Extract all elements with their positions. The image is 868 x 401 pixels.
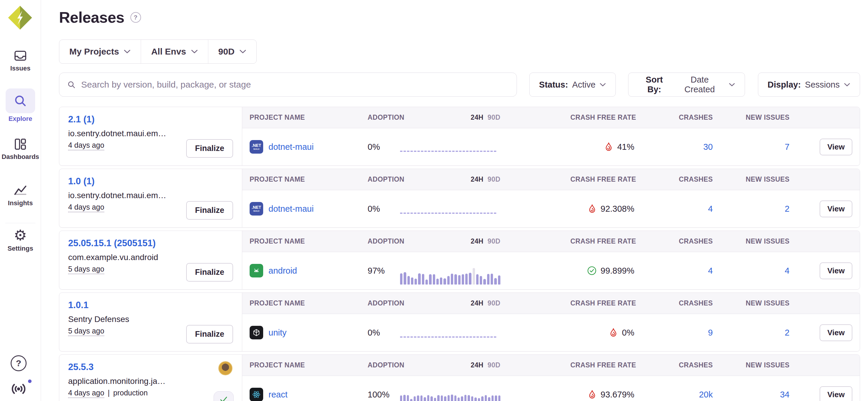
flat-dashed-trend [400, 336, 496, 338]
col-header-crash-free-rate: CRASH FREE RATE [500, 299, 636, 307]
project-link[interactable]: react [269, 390, 287, 400]
release-package: com.example.vu.android [68, 253, 195, 262]
fire-icon [588, 204, 596, 213]
col-header-crash-free-rate: CRASH FREE RATE [500, 237, 636, 245]
table-row: .NETMAUI dotnet-maui 0% 92.308% 4 2 View [242, 190, 860, 227]
sidebar-item-settings[interactable]: ⚙ Settings [0, 228, 41, 253]
finalize-button[interactable]: Finalize [186, 325, 233, 343]
view-button[interactable]: View [819, 324, 852, 341]
view-button[interactable]: View [819, 201, 852, 217]
release-project-table: PROJECT NAME ADOPTION 24H90D CRASH FREE … [242, 169, 860, 227]
gear-icon: ⚙ [14, 227, 27, 243]
sidebar-label-insights: Insights [0, 199, 41, 207]
question-mark-icon: ? [16, 358, 21, 368]
org-logo[interactable] [6, 4, 34, 31]
crashes-link[interactable]: 30 [703, 142, 713, 152]
project-link[interactable]: dotnet-maui [269, 142, 314, 152]
sidebar-item-issues[interactable]: Issues [0, 48, 41, 72]
finalize-button[interactable]: Finalize [186, 263, 233, 281]
adoption-value: 0% [368, 204, 400, 214]
table-row: android 97% 99.899% 4 4 View [242, 252, 860, 289]
view-button[interactable]: View [819, 262, 852, 279]
table-header-row: PROJECT NAME ADOPTION 24H90D CRASH FREE … [242, 107, 860, 128]
release-environment: production [113, 389, 148, 397]
sidebar-item-explore[interactable]: Explore [0, 89, 41, 123]
dotnet-maui-icon: .NETMAUI [250, 140, 263, 154]
display-dropdown[interactable]: Display: Sessions [758, 72, 860, 97]
meta-separator: | [108, 389, 110, 397]
col-header-crash-free-rate: CRASH FREE RATE [500, 113, 636, 122]
android-icon [250, 264, 263, 277]
release-date: 4 days ago [68, 389, 104, 397]
new-issues-link[interactable]: 34 [780, 390, 789, 399]
date-range-dropdown[interactable]: 90D [208, 40, 256, 63]
search-box[interactable] [59, 72, 517, 97]
crashes-link[interactable]: 20k [699, 390, 713, 399]
finalize-button[interactable]: Finalize [186, 139, 233, 158]
col-header-project-name: PROJECT NAME [250, 299, 368, 307]
release-info: 1.0 (1) io.sentry.dotnet.maui.em… 4 days… [59, 169, 242, 227]
project-link[interactable]: android [269, 266, 297, 276]
adoption-bar-chart [400, 390, 500, 401]
new-issues-link[interactable]: 4 [785, 266, 789, 275]
sidebar-item-insights[interactable]: Insights [0, 183, 41, 207]
new-issues-link[interactable]: 7 [785, 142, 789, 152]
release-date: 4 days ago [68, 203, 104, 211]
release-card: 1.0 (1) io.sentry.dotnet.maui.em… 4 days… [59, 169, 860, 228]
project-link[interactable]: unity [269, 328, 286, 338]
environment-filter-dropdown[interactable]: All Envs [141, 40, 208, 63]
view-button[interactable]: View [819, 139, 852, 156]
notification-dot [27, 378, 32, 384]
status-dropdown[interactable]: Status: Active [529, 72, 616, 97]
finalized-check-button[interactable] [214, 391, 234, 401]
col-header-adoption: ADOPTION [368, 113, 400, 122]
col-header-crashes: CRASHES [636, 175, 713, 183]
sort-by-dropdown[interactable]: Sort By: Date Created [628, 72, 745, 97]
table-header-row: PROJECT NAME ADOPTION 24H90D CRASH FREE … [242, 355, 860, 376]
release-date: 5 days ago [68, 327, 104, 335]
release-version-link[interactable]: 25.05.15.1 (2505151) [68, 238, 155, 248]
releases-page: Releases ? My Projects All Envs 90D Stat… [41, 0, 868, 401]
release-project-table: PROJECT NAME ADOPTION 24H90D CRASH FREE … [242, 107, 860, 165]
col-header-adoption: ADOPTION [368, 299, 400, 307]
fire-icon [588, 390, 596, 399]
release-list: 2.1 (1) io.sentry.dotnet.maui.em… 4 days… [59, 107, 860, 401]
col-header-new-issues: NEW ISSUES [713, 299, 789, 307]
sidebar-item-dashboards[interactable]: Dashboards [0, 137, 41, 161]
release-version-link[interactable]: 25.5.3 [68, 362, 94, 372]
view-button[interactable]: View [819, 386, 852, 401]
avatar[interactable] [218, 361, 232, 375]
release-version-link[interactable]: 2.1 (1) [68, 114, 95, 125]
crash-free-value: 99.899% [601, 266, 634, 276]
search-icon [13, 94, 27, 108]
sort-by-label: Sort By: [638, 75, 671, 94]
crashes-link[interactable]: 4 [708, 204, 713, 213]
project-filter-value: My Projects [69, 46, 119, 57]
page-filter-bar: My Projects All Envs 90D [59, 39, 257, 64]
crashes-link[interactable]: 9 [708, 328, 713, 337]
release-version-link[interactable]: 1.0 (1) [68, 176, 95, 186]
whats-new-button[interactable] [9, 380, 28, 398]
sidebar: Issues Explore Dashboards [0, 0, 41, 401]
crash-free-rate: 0% [500, 328, 636, 338]
page-title: Releases [59, 8, 125, 26]
crash-free-rate: 99.899% [500, 266, 636, 276]
project-link[interactable]: dotnet-maui [269, 204, 314, 214]
project-filter-dropdown[interactable]: My Projects [59, 40, 141, 63]
releases-help-icon[interactable]: ? [130, 12, 141, 23]
help-button[interactable]: ? [11, 355, 27, 371]
sidebar-label-settings: Settings [0, 245, 41, 253]
release-version-link[interactable]: 1.0.1 [68, 300, 89, 310]
adoption-value: 100% [368, 390, 400, 400]
status-label: Status: [539, 80, 568, 90]
new-issues-link[interactable]: 2 [785, 328, 789, 337]
adoption-sparkline [400, 314, 500, 351]
display-label: Display: [768, 80, 801, 90]
crashes-link[interactable]: 4 [708, 266, 713, 275]
chevron-down-icon [729, 83, 735, 87]
col-header-new-issues: NEW ISSUES [713, 175, 789, 183]
search-input[interactable] [81, 79, 509, 90]
finalize-button[interactable]: Finalize [186, 201, 233, 220]
new-issues-link[interactable]: 2 [785, 204, 789, 213]
col-header-adoption: ADOPTION [368, 237, 400, 245]
